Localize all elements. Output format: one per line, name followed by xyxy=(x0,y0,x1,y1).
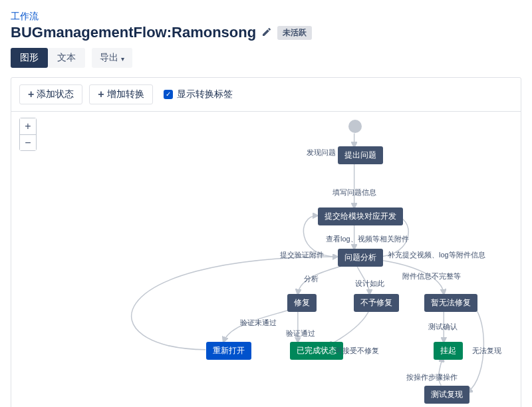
breadcrumb[interactable]: 工作流 xyxy=(11,11,521,23)
status-node[interactable]: 提出问题 xyxy=(338,146,383,164)
status-node[interactable]: 重新打开 xyxy=(206,342,251,360)
start-node[interactable] xyxy=(348,120,362,133)
transition-label: 发现问题 xyxy=(307,148,336,158)
plus-icon xyxy=(98,89,104,100)
zoom-out-button[interactable]: − xyxy=(20,134,36,150)
chevron-down-icon xyxy=(121,53,124,63)
transition-label: 提交验证附件 xyxy=(280,250,324,260)
status-node[interactable]: 问题分析 xyxy=(338,249,383,267)
status-node[interactable]: 不予修复 xyxy=(354,294,399,312)
zoom-control: + − xyxy=(19,118,37,151)
transition-label: 测试确认 xyxy=(428,322,458,332)
transition-label: 无法复现 xyxy=(472,346,501,356)
show-labels-checkbox[interactable]: 显示转换标签 xyxy=(164,88,233,100)
transition-label: 附件信息不完整等 xyxy=(402,271,461,281)
plus-icon xyxy=(28,89,34,100)
status-node[interactable]: 暂无法修复 xyxy=(424,294,477,312)
export-label: 导出 xyxy=(100,52,118,64)
status-badge: 未活跃 xyxy=(277,26,312,40)
status-node[interactable]: 提交给模块对应开发 xyxy=(318,207,403,225)
zoom-in-button[interactable]: + xyxy=(20,118,36,134)
tab-graph[interactable]: 图形 xyxy=(11,48,48,68)
view-tabs: 图形 文本 xyxy=(11,48,85,68)
transition-label: 查看log、视频等相关附件 xyxy=(326,234,409,244)
transition-label: 验证未通过 xyxy=(240,318,277,328)
transition-label: 设计如此 xyxy=(355,279,384,289)
add-status-button[interactable]: 添加状态 xyxy=(19,84,82,104)
page-title: BUGmanagementFlow:Ramonsong xyxy=(11,24,256,41)
status-node[interactable]: 测试复现 xyxy=(424,386,469,404)
transition-label: 按操作步骤操作 xyxy=(406,372,458,382)
status-node[interactable]: 挂起 xyxy=(434,342,463,360)
edit-icon[interactable] xyxy=(261,27,272,39)
add-transition-button[interactable]: 增加转换 xyxy=(89,84,152,104)
transition-label: 补充提交视频、log等附件信息 xyxy=(388,250,485,260)
workflow-diagram[interactable]: 提出问题 提交给模块对应开发 问题分析 修复 不予修复 暂无法修复 重新打开 已… xyxy=(11,112,521,407)
transition-label: 验证通过 xyxy=(286,329,315,339)
checkbox-checked-icon xyxy=(164,90,173,99)
transition-label: 分析 xyxy=(304,274,319,284)
tab-text[interactable]: 文本 xyxy=(48,48,85,68)
transition-label: 可接受不修复 xyxy=(335,346,379,356)
export-button[interactable]: 导出 xyxy=(92,48,132,68)
status-node[interactable]: 修复 xyxy=(287,294,317,312)
workflow-canvas: 添加状态 增加转换 显示转换标签 + − 提出问题 提交给模块对应开发 问题分析… xyxy=(11,77,521,407)
transition-label: 填写问题信息 xyxy=(332,188,376,198)
